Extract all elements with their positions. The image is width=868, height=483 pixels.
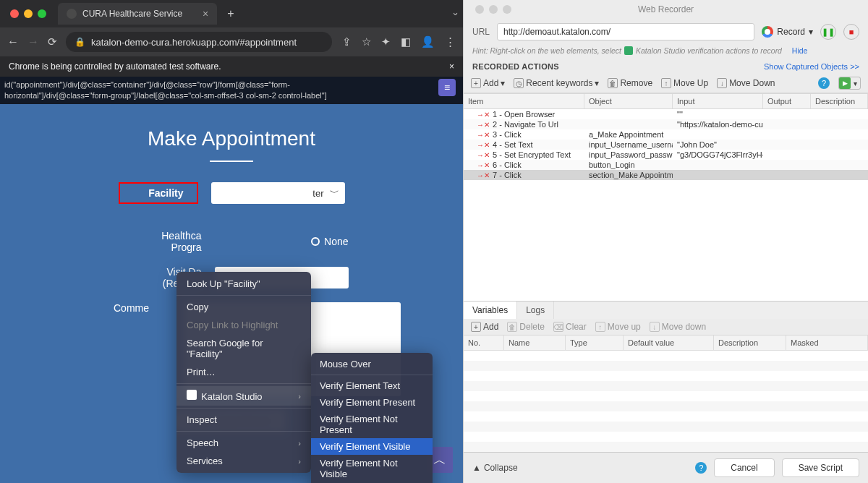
menu-icon[interactable]: ⋮	[445, 35, 456, 48]
menu-search[interactable]: Search Google for "Facility"	[176, 334, 311, 363]
tab-variables[interactable]: Variables	[464, 302, 517, 319]
action-row[interactable]: →✕ 2 - Navigate To Url"https://katalon-d…	[464, 119, 868, 129]
recorder-title: Web Recorder	[638, 4, 694, 14]
chevron-down-icon: ﹀	[330, 187, 339, 200]
play-button[interactable]: ▶	[839, 77, 851, 89]
facility-label-highlighted[interactable]: Facility	[119, 182, 198, 204]
browser-window: CURA Healthcare Service × + › ← → ⟳ 🔒 ka…	[0, 0, 463, 483]
col-input: Input	[673, 94, 763, 108]
chrome-icon	[762, 26, 773, 38]
tab-logs[interactable]: Logs	[517, 302, 554, 319]
title-divider	[210, 161, 253, 162]
hint-text: Hint: Right-click on the web elements, s…	[464, 45, 868, 59]
arrow-down-icon: ↓	[717, 78, 727, 88]
page-content: Make Appointment Facility ter ﹀ Healthca…	[0, 104, 463, 483]
hide-hint-link[interactable]: Hide	[792, 46, 808, 55]
show-captured-link[interactable]: Show Captured Objects >>	[764, 62, 859, 71]
tab-bar: CURA Healthcare Service × + ›	[0, 0, 463, 27]
pause-button[interactable]: ❚❚	[820, 24, 836, 40]
reload-button[interactable]: ⟳	[48, 35, 57, 48]
submenu-verify-visible[interactable]: Verify Element Visible	[311, 438, 433, 455]
close-banner-icon[interactable]: ×	[449, 61, 454, 72]
address-bar[interactable]: 🔒 katalon-demo-cura.herokuapp.com/#appoi…	[66, 32, 332, 52]
url-text: katalon-demo-cura.herokuapp.com/#appoint…	[91, 37, 297, 48]
variables-section: Variables Logs +Add 🗑Delete ⌫Clear ↑Move…	[464, 301, 868, 452]
katalon-submenu: Mouse Over Verify Element Text Verify El…	[311, 353, 433, 483]
add-button[interactable]: +Add ▾	[471, 78, 505, 88]
action-row[interactable]: →✕ 4 - Set Textinput_Username_username"J…	[464, 140, 868, 150]
forward-button[interactable]: →	[27, 35, 39, 48]
window-controls	[6, 9, 46, 18]
recorded-actions-header: RECORDED ACTIONS Show Captured Objects >…	[464, 59, 868, 74]
submenu-verify-not-present[interactable]: Verify Element Not Present	[311, 411, 433, 438]
expand-tabs-icon[interactable]: ›	[450, 12, 461, 15]
menu-katalon-studio[interactable]: Katalon Studio ›	[176, 386, 311, 406]
rec-close[interactable]	[475, 5, 484, 14]
vars-tabs: Variables Logs	[464, 302, 868, 319]
action-row[interactable]: →✕ 1 - Open Browser""	[464, 109, 868, 119]
menu-lookup[interactable]: Look Up "Facility"	[176, 275, 311, 293]
menu-copy-link: Copy Link to Highlight	[176, 316, 311, 334]
menu-inspect[interactable]: Inspect	[176, 411, 311, 429]
back-button[interactable]: ←	[7, 35, 19, 48]
recorder-url-row: URL Record ▾ ❚❚ ■	[464, 19, 868, 45]
col-description: Description	[811, 94, 868, 108]
action-row[interactable]: →✕ 6 - Clickbutton_Login	[464, 160, 868, 170]
submenu-verify-present[interactable]: Verify Element Present	[311, 394, 433, 411]
action-row[interactable]: →✕ 3 - Clicka_Make Appointment	[464, 129, 868, 140]
web-recorder-window: Web Recorder URL Record ▾ ❚❚ ■ Hint: Rig…	[463, 0, 868, 483]
bookmark-icon[interactable]: ☆	[362, 35, 371, 48]
minimize-window[interactable]	[24, 9, 33, 18]
menu-services[interactable]: Services›	[176, 452, 311, 470]
maximize-window[interactable]	[38, 9, 46, 18]
recorder-footer: ▲Collapse ? Cancel Save Script	[464, 452, 868, 483]
close-tab-icon[interactable]: ×	[203, 8, 208, 20]
stop-button[interactable]: ■	[843, 24, 859, 40]
hamburger-icon[interactable]: ≡	[438, 79, 456, 96]
remove-button[interactable]: 🗑Remove	[608, 78, 652, 88]
submenu-mouse-over[interactable]: Mouse Over	[311, 356, 433, 372]
radio-none[interactable]: None	[311, 236, 348, 247]
facility-row: Facility ter ﹀	[0, 182, 463, 204]
action-row[interactable]: →✕ 5 - Set Encrypted Textinput_Password_…	[464, 150, 868, 160]
browser-tab[interactable]: CURA Healthcare Service ×	[58, 3, 217, 25]
vars-add[interactable]: +Add	[471, 322, 498, 332]
vars-clear[interactable]: ⌫Clear	[553, 322, 587, 332]
panel-icon[interactable]: ◧	[401, 35, 411, 48]
rec-max[interactable]	[503, 5, 511, 14]
menu-print[interactable]: Print…	[176, 363, 311, 381]
submenu-verify-not-visible[interactable]: Verify Element Not Visible	[311, 455, 433, 482]
collapse-button[interactable]: ▲Collapse	[472, 463, 518, 473]
plus-icon: +	[471, 78, 481, 88]
help-icon[interactable]: ?	[818, 77, 830, 89]
action-row[interactable]: →✕ 7 - Clicksection_Make Appointment	[464, 170, 868, 180]
address-bar-row: ← → ⟳ 🔒 katalon-demo-cura.herokuapp.com/…	[0, 27, 463, 56]
vars-grid-header: No. Name Type Default value Description …	[464, 335, 868, 351]
vars-grid-body	[464, 351, 868, 452]
vars-delete[interactable]: 🗑Delete	[507, 322, 545, 332]
footer-help-icon[interactable]: ?	[695, 462, 707, 474]
profile-icon[interactable]: 👤	[421, 35, 435, 48]
new-tab-button[interactable]: +	[227, 7, 234, 20]
recorded-actions-title: RECORDED ACTIONS	[472, 62, 559, 71]
play-dropdown[interactable]: ▾	[851, 80, 860, 87]
extensions-icon[interactable]: ✦	[381, 35, 391, 48]
healthcare-label: HealthcaProgra	[115, 230, 202, 253]
move-up-button[interactable]: ↑Move Up	[661, 78, 708, 88]
move-down-button[interactable]: ↓Move Down	[717, 78, 775, 88]
facility-select[interactable]: ter ﹀	[211, 182, 345, 204]
cancel-button[interactable]: Cancel	[714, 458, 774, 477]
menu-copy[interactable]: Copy	[176, 298, 311, 316]
submenu-verify-text[interactable]: Verify Element Text	[311, 377, 433, 394]
record-button[interactable]: Record ▾	[762, 26, 813, 38]
close-window[interactable]	[10, 9, 19, 18]
vars-move-up[interactable]: ↑Move up	[595, 322, 641, 332]
clock-icon: ◷	[514, 78, 524, 88]
recent-keywords-button[interactable]: ◷Recent keywords ▾	[514, 78, 599, 88]
share-icon[interactable]: ⇪	[342, 35, 352, 48]
menu-speech[interactable]: Speech›	[176, 434, 311, 452]
rec-min[interactable]	[489, 5, 498, 14]
vars-move-down[interactable]: ↓Move down	[650, 322, 706, 332]
recorder-url-input[interactable]	[497, 23, 754, 40]
save-script-button[interactable]: Save Script	[782, 458, 859, 477]
